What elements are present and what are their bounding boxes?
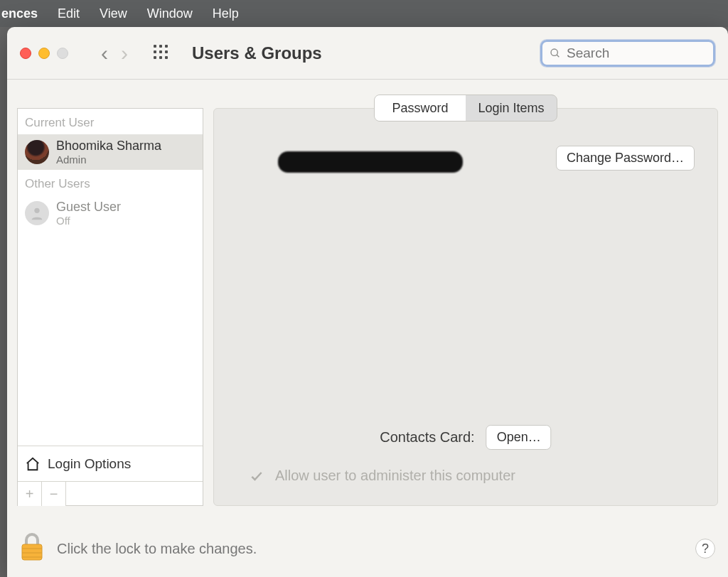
avatar bbox=[25, 201, 49, 225]
user-name-label: Guest User bbox=[56, 200, 121, 215]
lock-button[interactable] bbox=[20, 533, 44, 564]
add-user-button[interactable]: + bbox=[18, 482, 42, 506]
add-remove-bar: + − bbox=[18, 481, 203, 505]
menubar-item-edit[interactable]: Edit bbox=[58, 6, 80, 21]
remove-user-button[interactable]: − bbox=[42, 482, 66, 506]
lock-icon bbox=[20, 533, 44, 561]
main-panel: Password Login Items Change Password… Co… bbox=[213, 108, 718, 506]
menubar-item-view[interactable]: View bbox=[100, 6, 127, 21]
menubar-app-name[interactable]: ences bbox=[0, 6, 38, 21]
lock-message: Click the lock to make changes. bbox=[57, 541, 257, 557]
user-status-label: Off bbox=[56, 215, 121, 227]
search-field[interactable] bbox=[540, 40, 715, 67]
svg-line-1 bbox=[557, 55, 559, 57]
contacts-card-label: Contacts Card: bbox=[380, 429, 474, 446]
window-toolbar: ‹ › Users & Groups bbox=[7, 27, 728, 80]
forward-button[interactable]: › bbox=[121, 43, 128, 64]
menubar-item-window[interactable]: Window bbox=[147, 6, 193, 21]
user-row-current[interactable]: Bhoomika Sharma Admin bbox=[18, 134, 203, 170]
help-button[interactable]: ? bbox=[695, 539, 715, 559]
admin-checkbox-row: Allow user to administer this computer bbox=[250, 468, 515, 484]
current-user-header: Current User bbox=[18, 109, 203, 134]
panel-tabs: Password Login Items bbox=[374, 95, 557, 122]
minimize-window-button[interactable] bbox=[38, 48, 50, 59]
svg-rect-3 bbox=[22, 544, 42, 560]
person-icon bbox=[29, 205, 45, 221]
system-menubar: ences Edit View Window Help bbox=[0, 0, 728, 27]
tab-password[interactable]: Password bbox=[375, 95, 466, 121]
window-title: Users & Groups bbox=[192, 43, 322, 63]
avatar bbox=[25, 140, 49, 164]
other-users-header: Other Users bbox=[18, 170, 203, 195]
search-icon bbox=[550, 47, 561, 60]
zoom-window-button[interactable] bbox=[57, 48, 68, 59]
login-options-label: Login Options bbox=[48, 456, 131, 472]
open-contacts-button[interactable]: Open… bbox=[486, 425, 552, 450]
change-password-button[interactable]: Change Password… bbox=[556, 146, 695, 171]
svg-point-0 bbox=[551, 48, 557, 55]
search-input[interactable] bbox=[567, 45, 706, 61]
house-icon bbox=[25, 456, 41, 472]
redacted-username bbox=[278, 151, 463, 173]
lock-footer: Click the lock to make changes. ? bbox=[20, 533, 715, 564]
prefs-window: ‹ › Users & Groups Current User bbox=[7, 27, 728, 577]
menubar-item-help[interactable]: Help bbox=[213, 6, 239, 21]
close-window-button[interactable] bbox=[20, 48, 31, 59]
checkmark-icon bbox=[250, 469, 264, 483]
user-list-sidebar: Current User Bhoomika Sharma Admin Other… bbox=[17, 108, 203, 506]
user-role-label: Admin bbox=[56, 153, 161, 166]
tab-login-items[interactable]: Login Items bbox=[466, 95, 557, 121]
admin-checkbox-label: Allow user to administer this computer bbox=[275, 468, 515, 484]
back-button[interactable]: ‹ bbox=[101, 43, 108, 64]
user-row-guest[interactable]: Guest User Off bbox=[18, 195, 203, 231]
login-options-button[interactable]: Login Options bbox=[18, 446, 203, 481]
show-all-button[interactable] bbox=[154, 45, 171, 62]
svg-point-2 bbox=[34, 208, 39, 213]
user-name-label: Bhoomika Sharma bbox=[56, 139, 161, 153]
